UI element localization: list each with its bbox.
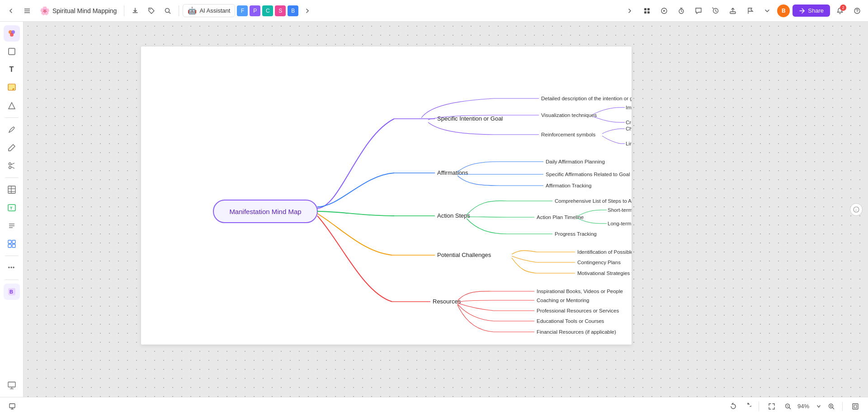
ai-assistant-button[interactable]: 🤖 AI Assistant: [183, 4, 235, 17]
app-logo-icon: 🌸: [40, 6, 50, 16]
resource-child4: Educational Tools or Courses: [537, 318, 604, 324]
action-child2: Action Plan Timeline: [537, 214, 584, 220]
app-logo-area: 🌸 Spiritual Mind Mapping: [36, 6, 120, 16]
svg-rect-6: [644, 8, 646, 10]
mindmap-svg: Manifestation Mind Map Specific Intentio…: [141, 47, 632, 345]
svg-rect-40: [8, 382, 15, 387]
download-button[interactable]: [128, 4, 142, 18]
whiteboard: Manifestation Mind Map Specific Intentio…: [141, 47, 632, 345]
resource-child2: Coaching or Mentoring: [537, 298, 589, 303]
scissor-tool[interactable]: [4, 158, 20, 174]
fullscreen-button[interactable]: [848, 399, 863, 414]
canvas-area[interactable]: i Manifestation Mind Map Specific Intent…: [24, 22, 868, 397]
present-tool[interactable]: [4, 377, 20, 393]
svg-rect-85: [854, 405, 857, 408]
svg-rect-9: [647, 11, 650, 14]
grid-tool[interactable]: [4, 236, 20, 252]
play-button[interactable]: [657, 4, 671, 18]
ai-icon: 🤖: [188, 6, 197, 15]
affirmation-child2: Specific Affirmations Related to Goal: [546, 172, 630, 177]
action-gc2: Long-term Steps: [608, 221, 632, 226]
svg-rect-34: [8, 240, 11, 243]
sidebar-bottom: [4, 377, 20, 393]
chat-button[interactable]: [691, 4, 706, 18]
svg-rect-20: [8, 84, 15, 90]
bottom-divider2: [842, 402, 843, 411]
viz-gc1: Imagining the end result: [626, 105, 632, 110]
tab-icon-5[interactable]: B: [288, 5, 298, 16]
shapes-tool[interactable]: [4, 98, 20, 114]
tab-icon-4[interactable]: S: [275, 5, 286, 16]
upload-button[interactable]: [726, 4, 740, 18]
svg-rect-37: [12, 244, 15, 247]
svg-line-78: [789, 407, 791, 409]
action-gc1: Short-term Steps: [608, 207, 632, 213]
left-sidebar: T T •••: [0, 22, 24, 397]
svg-text:B: B: [9, 289, 13, 294]
share-button[interactable]: Share: [793, 5, 830, 17]
sidebar-sep-3: [5, 256, 19, 256]
action-label: Action Steps: [437, 212, 470, 219]
svg-line-23: [11, 163, 14, 165]
menu-button[interactable]: [20, 4, 34, 18]
tag-button[interactable]: [144, 4, 159, 18]
intention-child1: Detailed description of the intention or…: [541, 96, 632, 101]
tab-icon-2[interactable]: P: [250, 5, 260, 16]
text-tool[interactable]: T: [4, 61, 20, 78]
main-area: T T •••: [0, 22, 868, 397]
present-bottom-button[interactable]: [5, 399, 20, 414]
brand-tool[interactable]: B: [4, 284, 20, 300]
zoom-dropdown-button[interactable]: [813, 401, 824, 412]
tab-icon-3[interactable]: C: [262, 5, 273, 16]
grid-view-button[interactable]: [640, 4, 654, 18]
user-avatar[interactable]: B: [777, 5, 790, 17]
svg-rect-84: [853, 404, 858, 409]
svg-point-4: [165, 8, 170, 12]
resources-label: Resources: [433, 298, 461, 305]
fit-button[interactable]: [764, 399, 779, 414]
more-apps-button[interactable]: [300, 4, 315, 18]
notification-badge: 2: [840, 5, 846, 11]
text2-tool[interactable]: T: [4, 200, 20, 216]
history-button[interactable]: [708, 4, 723, 18]
frame-tool[interactable]: [4, 43, 20, 60]
resource-child3: Professional Resources or Services: [537, 308, 619, 313]
action-child1: Comprehensive List of Steps to Achieve G…: [555, 198, 632, 204]
chevron-right-icon[interactable]: [623, 4, 637, 18]
svg-line-24: [11, 167, 14, 168]
zoom-out-button[interactable]: [783, 401, 793, 412]
timer-button[interactable]: [674, 4, 689, 18]
affirmation-child3: Affirmation Tracking: [546, 183, 591, 188]
svg-rect-8: [644, 11, 646, 14]
svg-rect-35: [12, 240, 15, 243]
redo-button[interactable]: [742, 401, 753, 412]
list-tool[interactable]: [4, 218, 20, 234]
topbar-right: B Share 2: [623, 4, 864, 18]
topbar-divider-1: [124, 5, 124, 16]
sticky-tool[interactable]: [4, 79, 20, 96]
search-button[interactable]: [160, 4, 175, 18]
svg-rect-36: [8, 244, 11, 247]
sidebar-sep-1: [5, 117, 19, 118]
reinf-gc1: Checkmarks for completed steps: [626, 126, 632, 131]
undo-button[interactable]: [728, 401, 739, 412]
tab-icon-1[interactable]: F: [237, 5, 248, 16]
zoom-in-button[interactable]: [826, 401, 837, 412]
affirmation-child1: Daily Affirmation Planning: [546, 159, 605, 164]
chevron-down-icon[interactable]: [760, 4, 774, 18]
flag-button[interactable]: [743, 4, 757, 18]
notifications-button[interactable]: 2: [833, 4, 847, 18]
help-button[interactable]: [850, 4, 864, 18]
more-tools-button[interactable]: •••: [4, 260, 20, 276]
info-button[interactable]: i: [850, 203, 863, 216]
challenge-child2: Contingency Plans: [577, 260, 621, 265]
intention-child3: Reinforcement symbols: [541, 132, 595, 137]
colors-tool[interactable]: [4, 25, 20, 42]
pen-tool[interactable]: [4, 121, 20, 138]
back-button[interactable]: [4, 4, 18, 18]
table-tool[interactable]: [4, 182, 20, 198]
pencil-tool[interactable]: [4, 140, 20, 156]
action-child3: Progress Tracking: [555, 231, 597, 237]
center-node-label: Manifestation Mind Map: [229, 208, 301, 215]
sidebar-sep-4: [5, 280, 19, 280]
